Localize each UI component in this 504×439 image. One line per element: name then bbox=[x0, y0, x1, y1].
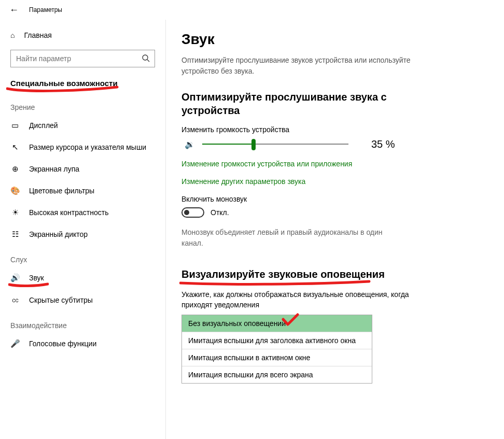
annotation-underline bbox=[6, 86, 119, 95]
sidebar-item-captions[interactable]: ㏄ Скрытые субтитры bbox=[0, 289, 165, 311]
search-row bbox=[10, 50, 155, 67]
svg-point-0 bbox=[143, 55, 148, 60]
section-accessibility: Специальные возможности bbox=[0, 76, 165, 93]
contrast-icon: ☀ bbox=[10, 208, 20, 217]
sound-icon: 🔊 bbox=[10, 273, 20, 282]
annotation-check bbox=[282, 313, 299, 327]
mic-icon: 🎤 bbox=[10, 339, 20, 348]
svg-line-1 bbox=[147, 60, 149, 62]
sidebar-item-contrast[interactable]: ☀ Высокая контрастность bbox=[0, 202, 165, 223]
group-vision-label: Зрение bbox=[0, 93, 165, 115]
sidebar-item-label: Скрытые субтитры bbox=[29, 296, 93, 304]
magnifier-icon: ⊕ bbox=[10, 164, 20, 174]
display-icon: ▭ bbox=[10, 121, 20, 130]
visual-options-list: Без визуальных оповещений Имитация вспыш… bbox=[181, 315, 372, 384]
sidebar-item-label: Дисплей bbox=[29, 121, 58, 130]
section-optimize-heading: Оптимизируйте прослушивание звука с устр… bbox=[181, 90, 399, 117]
link-other-sound-settings[interactable]: Изменение других параметров звука bbox=[181, 177, 488, 186]
sidebar-item-label: Цветовые фильтры bbox=[29, 187, 94, 195]
home-label: Главная bbox=[24, 31, 51, 39]
mono-toggle-state: Откл. bbox=[211, 208, 229, 217]
content-pane: Звук Оптимизируйте прослушивание звуков … bbox=[166, 20, 504, 439]
sidebar-item-narrator[interactable]: ☷ Экранный диктор bbox=[0, 223, 165, 245]
group-interaction-label: Взаимодействие bbox=[0, 311, 165, 333]
group-hearing-label: Слух bbox=[0, 245, 165, 267]
mono-label: Включить монозвук bbox=[181, 195, 488, 203]
sidebar-item-cursor[interactable]: ↖ Размер курсора и указателя мыши bbox=[0, 136, 165, 158]
narrator-icon: ☷ bbox=[10, 230, 20, 239]
sidebar-item-label: Голосовые функции bbox=[29, 339, 96, 348]
speaker-icon: 🔉 bbox=[185, 139, 195, 149]
volume-label: Изменить громкость устройства bbox=[181, 125, 488, 134]
visual-option[interactable]: Имитация вспышки для всего экрана bbox=[182, 366, 372, 383]
visual-option[interactable]: Имитация вспышки для заголовка активного… bbox=[182, 332, 372, 349]
page-description: Оптимизируйте прослушивание звуков устро… bbox=[181, 55, 420, 77]
option-label: Без визуальных оповещений bbox=[188, 319, 286, 328]
sidebar-item-colorfilters[interactable]: 🎨 Цветовые фильтры bbox=[0, 180, 165, 202]
option-label: Имитация вспышки в активном окне bbox=[188, 353, 310, 362]
page-title: Звук bbox=[181, 31, 488, 48]
captions-icon: ㏄ bbox=[10, 295, 20, 305]
app-title: Параметры bbox=[29, 6, 62, 13]
sidebar-item-display[interactable]: ▭ Дисплей bbox=[0, 115, 165, 136]
sidebar-item-label: Экранная лупа bbox=[29, 165, 79, 173]
annotation-underline bbox=[8, 282, 49, 288]
back-icon[interactable]: ← bbox=[9, 5, 19, 15]
visual-option[interactable]: Без визуальных оповещений bbox=[182, 315, 372, 332]
mono-hint: Монозвук объединяет левый и правый аудио… bbox=[181, 227, 404, 249]
option-label: Имитация вспышки для всего экрана bbox=[188, 371, 313, 379]
sidebar: ⌂ Главная Специальные возможности Зрение… bbox=[0, 20, 166, 439]
volume-row: 🔉 35 % bbox=[185, 138, 488, 150]
sidebar-item-sound[interactable]: 🔊 Звук bbox=[0, 267, 165, 289]
search-icon bbox=[142, 54, 150, 62]
title-bar: ← Параметры bbox=[0, 0, 504, 20]
visual-option[interactable]: Имитация вспышки в активном окне bbox=[182, 349, 372, 366]
palette-icon: 🎨 bbox=[10, 186, 20, 195]
mono-toggle[interactable] bbox=[181, 207, 204, 218]
volume-value: 35 % bbox=[371, 138, 395, 150]
annotation-underline bbox=[179, 280, 371, 286]
visual-options-description: Укажите, как должны отображаться визуаль… bbox=[181, 289, 410, 310]
search-input[interactable] bbox=[10, 50, 155, 67]
home-icon: ⌂ bbox=[10, 31, 15, 39]
sidebar-item-label: Высокая контрастность bbox=[29, 208, 108, 217]
home-nav[interactable]: ⌂ Главная bbox=[0, 26, 165, 45]
option-label: Имитация вспышки для заголовка активного… bbox=[188, 336, 356, 345]
volume-slider[interactable] bbox=[202, 138, 348, 150]
sidebar-item-speech[interactable]: 🎤 Голосовые функции bbox=[0, 333, 165, 355]
cursor-icon: ↖ bbox=[10, 143, 20, 152]
link-volume-mixer[interactable]: Изменение громкости устройства или прило… bbox=[181, 160, 488, 168]
section-visual-heading: Визуализируйте звуковые оповещения bbox=[181, 267, 385, 281]
sidebar-item-label: Звук bbox=[29, 274, 44, 282]
sidebar-item-label: Размер курсора и указателя мыши bbox=[29, 143, 146, 151]
sidebar-item-magnifier[interactable]: ⊕ Экранная лупа bbox=[0, 158, 165, 180]
sidebar-item-label: Экранный диктор bbox=[29, 230, 88, 238]
